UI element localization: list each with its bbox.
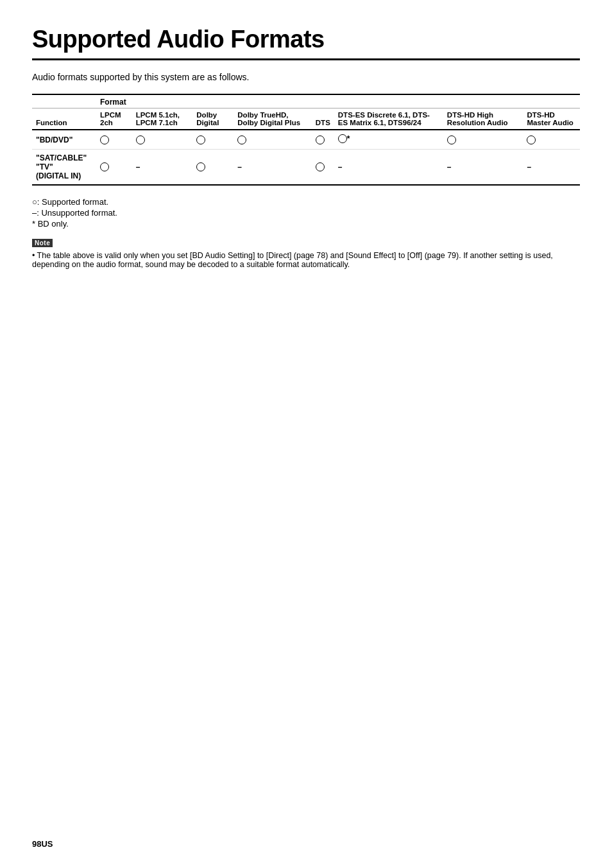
circle-icon [527, 135, 536, 144]
col-dts-hd-hr: DTS-HD High Resolution Audio [443, 108, 523, 130]
row-bd-dvd-lpcm51 [132, 130, 193, 150]
circle-icon [100, 162, 109, 171]
circle-icon [136, 135, 145, 144]
note-text: • The table above is valid only when you… [32, 251, 580, 269]
row-sat-lpcm2ch [96, 150, 132, 186]
legend-unsupported: –: Unsupported format. [32, 208, 580, 218]
col-dolby-digital: Dolby Digital [192, 108, 234, 130]
row-bd-dvd-function: "BD/DVD" [32, 130, 96, 150]
circle-icon [100, 135, 109, 144]
legend-section: ○: Supported format. –: Unsupported form… [32, 197, 580, 229]
circle-icon [447, 135, 456, 144]
note-label: Note [32, 239, 53, 247]
row-bd-dvd-lpcm2ch [96, 130, 132, 150]
row-bd-dvd-dolby [192, 130, 234, 150]
table-row: "BD/DVD" * [32, 130, 580, 150]
page-number: 98US [32, 839, 53, 849]
row-bd-dvd-truehd [234, 130, 311, 150]
row-bd-dvd-dts-es: * [334, 130, 443, 150]
circle-icon [196, 135, 205, 144]
col-lpcm51-71: LPCM 5.1ch, LPCM 7.1ch [132, 108, 193, 130]
row-sat-function: "SAT/CABLE""TV"(DIGITAL IN) [32, 150, 96, 186]
col-dts-hd-ma: DTS-HD Master Audio [523, 108, 580, 130]
row-sat-dts-hd-ma: – [523, 150, 580, 186]
row-bd-dvd-dts [312, 130, 334, 150]
legend-supported: ○: Supported format. [32, 197, 580, 207]
row-sat-dts-es: – [334, 150, 443, 186]
circle-icon [316, 135, 325, 144]
audio-formats-table: Format Function LPCM 2ch LPCM 5.1ch, LPC… [32, 94, 580, 186]
intro-text: Audio formats supported by this system a… [32, 72, 580, 82]
circle-icon [338, 134, 347, 143]
col-lpcm2ch: LPCM 2ch [96, 108, 132, 130]
row-bd-dvd-dts-hd-ma [523, 130, 580, 150]
row-sat-truehd: – [234, 150, 311, 186]
circle-icon [237, 135, 246, 144]
col-function: Function [32, 108, 96, 130]
col-dolby-truehd: Dolby TrueHD, Dolby Digital Plus [234, 108, 311, 130]
row-sat-dolby [192, 150, 234, 186]
page-title: Supported Audio Formats [32, 26, 580, 60]
table-row: "SAT/CABLE""TV"(DIGITAL IN) – – – – – [32, 150, 580, 186]
row-sat-dts-hd-hr: – [443, 150, 523, 186]
legend-bd-only: * BD only. [32, 219, 580, 229]
row-sat-dts [312, 150, 334, 186]
circle-icon [196, 162, 205, 171]
col-dts-es: DTS-ES Discrete 6.1, DTS-ES Matrix 6.1, … [334, 108, 443, 130]
row-sat-lpcm51: – [132, 150, 193, 186]
circle-icon [316, 162, 325, 171]
function-header-empty [32, 94, 96, 108]
format-header-label: Format [96, 94, 580, 108]
col-dts: DTS [312, 108, 334, 130]
row-bd-dvd-dts-hd-hr [443, 130, 523, 150]
note-section: Note • The table above is valid only whe… [32, 238, 580, 269]
